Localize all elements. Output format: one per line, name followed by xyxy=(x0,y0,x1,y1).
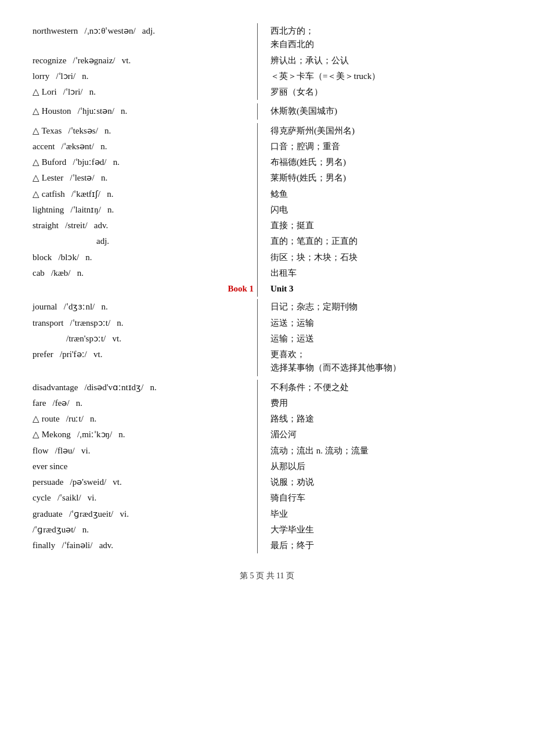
divider xyxy=(258,411,267,427)
word-col: disadvantage /disəd'vɑːntɪdʒ/ n. xyxy=(29,380,258,395)
pos: n. xyxy=(82,525,89,534)
divider xyxy=(258,395,267,411)
definition-col: 辨认出；承认；公认 xyxy=(267,53,505,69)
definition-col: 日记；杂志；定期刊物 xyxy=(267,299,505,315)
definition-col: 更喜欢；选择某事物（而不选择其他事物） xyxy=(267,347,505,376)
word-col: straight /streit/ adv. xyxy=(29,218,258,233)
phonetic: /ˈhjuːstən/ xyxy=(78,106,114,116)
divider xyxy=(258,281,267,297)
pos: n. xyxy=(82,71,88,81)
section-header-left: Book 1 xyxy=(29,281,258,297)
divider xyxy=(258,186,267,202)
entry-word: Buford xyxy=(42,157,67,167)
divider xyxy=(258,538,267,553)
table-row: △ Lester /ˈlestə/ n. 莱斯特(姓氏；男名) xyxy=(29,170,505,186)
table-row: ever since 从那以后 xyxy=(29,459,505,474)
definition-col: 莱斯特(姓氏；男名) xyxy=(267,170,505,186)
page-footer: 第 5 页 共 11 页 xyxy=(29,571,505,581)
word-col: cab /kæb/ n. xyxy=(29,265,258,281)
table-row: /ˈɡrædʒuət/ n. 大学毕业生 xyxy=(29,522,505,538)
word-col: △ Buford /ˈbjuːfəd/ n. xyxy=(29,154,258,170)
definition-col: 运输；运送 xyxy=(267,331,505,347)
word-col: persuade /pə'sweid/ vt. xyxy=(29,474,258,490)
entry-word: flow xyxy=(33,446,49,455)
entry-word: catfish xyxy=(42,189,65,199)
pos: adj. xyxy=(33,236,109,246)
triangle-marker: △ xyxy=(33,430,42,439)
phonetic: /ruːt/ xyxy=(66,414,84,423)
divider xyxy=(258,265,267,281)
definition-col: 运送；运输 xyxy=(267,315,505,331)
phonetic: /ˈfainəli/ xyxy=(62,541,92,550)
word-col: /ˈɡrædʒuət/ n. xyxy=(29,522,258,538)
phonetic: /streit/ xyxy=(65,221,87,230)
definition-col: 最后；终于 xyxy=(267,538,505,553)
table-row: △ Texas /ˈteksəs/ n. 得克萨斯州(美国州名) xyxy=(29,123,505,139)
divider xyxy=(258,522,267,538)
definition-col: 罗丽（女名） xyxy=(267,84,505,100)
table-row: cycle /ˈsaikl/ vi. 骑自行车 xyxy=(29,490,505,506)
entry-word: route xyxy=(42,414,60,423)
divider xyxy=(258,233,267,249)
divider xyxy=(258,459,267,474)
pos: n. xyxy=(118,430,125,439)
table-row: fare /feə/ n. 费用 xyxy=(29,395,505,411)
pos: n. xyxy=(89,87,96,96)
word-col: △ Lori /ˈlɔri/ n. xyxy=(29,84,258,100)
phonetic-indent: /træn'spɔːt/ xyxy=(33,334,106,343)
triangle-marker: △ xyxy=(33,126,41,135)
table-row: prefer /pri'fəː/ vt. 更喜欢；选择某事物（而不选择其他事物） xyxy=(29,347,505,376)
pos: n. xyxy=(77,268,84,278)
word-col: finally /ˈfainəli/ adv. xyxy=(29,538,258,553)
word-col: adj. xyxy=(29,233,258,249)
definition-col: 从那以后 xyxy=(267,459,505,474)
table-row: △ route /ruːt/ n. 路线；路途 xyxy=(29,411,505,427)
pos: n. xyxy=(102,302,108,311)
divider xyxy=(258,202,267,218)
word-col: lorry /ˈlɔri/ n. xyxy=(29,69,258,84)
pos: n. xyxy=(101,173,107,182)
entry-word: graduate xyxy=(33,509,63,519)
divider xyxy=(258,139,267,154)
definition-col: 直的；笔直的；正直的 xyxy=(267,233,505,249)
word-col: northwestern /ˌnɔːθˈwestən/ adj. xyxy=(29,23,258,53)
definition-col: 休斯敦(美国城市) xyxy=(267,103,505,119)
phonetic: /ˈlaitnɪŋ/ xyxy=(70,205,100,214)
triangle-marker: △ xyxy=(33,157,42,167)
divider xyxy=(258,123,267,139)
divider xyxy=(258,154,267,170)
divider xyxy=(258,250,267,265)
pos: vi. xyxy=(120,509,128,519)
word-col: lightning /ˈlaitnɪŋ/ n. xyxy=(29,202,258,218)
table-row: flow /fləu/ vi. 流动；流出 n. 流动；流量 xyxy=(29,443,505,459)
phonetic: /ˈlɔri/ xyxy=(56,71,75,81)
entry-word: Lester xyxy=(42,173,63,182)
divider xyxy=(258,506,267,522)
phonetic: /disəd'vɑːntɪdʒ/ xyxy=(85,383,144,392)
pos: n. xyxy=(107,205,114,214)
table-row: △ Buford /ˈbjuːfəd/ n. 布福德(姓氏；男名) xyxy=(29,154,505,170)
table-row: transport /ˈtrænspɔːt/ n. 运送；运输 xyxy=(29,315,505,331)
phonetic: /fləu/ xyxy=(55,446,75,455)
word-col: flow /fləu/ vi. xyxy=(29,443,258,459)
definition-col: 说服；劝说 xyxy=(267,474,505,490)
entry-word: block xyxy=(33,253,52,262)
entry-word: persuade xyxy=(33,477,63,487)
word-col: prefer /pri'fəː/ vt. xyxy=(29,347,258,376)
entry-word: finally xyxy=(33,541,55,550)
phonetic: /ˌmiːˈkɔŋ/ xyxy=(77,430,112,439)
table-row: finally /ˈfainəli/ adv. 最后；终于 xyxy=(29,538,505,553)
definition-col: 大学毕业生 xyxy=(267,522,505,538)
definition-col: 直接；挺直 xyxy=(267,218,505,233)
table-row: straight /streit/ adv. 直接；挺直 xyxy=(29,218,505,233)
pos: vt. xyxy=(112,334,121,343)
triangle-marker: △ xyxy=(33,87,42,96)
pos: n. xyxy=(100,142,107,151)
divider xyxy=(258,347,267,376)
definition-col: 闪电 xyxy=(267,202,505,218)
entry-word: cab xyxy=(33,268,45,278)
word-col: ever since xyxy=(29,459,258,474)
word-col: △ Houston /ˈhjuːstən/ n. xyxy=(29,103,258,119)
definition-col: 不利条件；不便之处 xyxy=(267,380,505,395)
section-header-row: Book 1 Unit 3 xyxy=(29,281,505,297)
